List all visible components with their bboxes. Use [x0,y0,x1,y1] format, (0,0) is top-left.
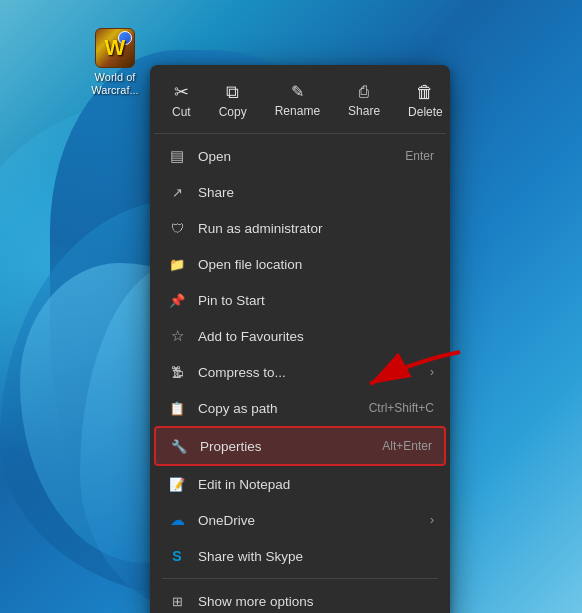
wow-icon-image: W [95,28,135,68]
menu-item-run-as-admin[interactable]: 🛡 Run as administrator [154,210,446,246]
desktop-background: W World of Warcraf... ✂ Cut ⧉ Copy ✎ Ren… [0,0,582,613]
skype-icon: S [166,545,188,567]
toolbar-copy-label: Copy [219,105,247,119]
rename-icon: ✎ [291,84,304,100]
toolbar-rename-label: Rename [275,104,320,118]
toolbar-delete-label: Delete [408,105,443,119]
folder-icon: 📁 [166,253,188,275]
notepad-icon: 📝 [166,473,188,495]
admin-icon: 🛡 [166,217,188,239]
menu-item-share-with-skype[interactable]: S Share with Skype [154,538,446,574]
toolbar-copy-button[interactable]: ⧉ Copy [205,77,261,125]
menu-toolbar: ✂ Cut ⧉ Copy ✎ Rename ⎙ Share 🗑 Delete [154,69,446,134]
wow-letter: W [105,35,126,61]
toolbar-rename-button[interactable]: ✎ Rename [261,78,334,124]
copy-as-path-label: Copy as path [198,401,369,416]
share-with-skype-label: Share with Skype [198,549,434,564]
menu-item-open[interactable]: ▤ Open Enter [154,138,446,174]
menu-item-properties[interactable]: 🔧 Properties Alt+Enter [154,426,446,466]
context-menu: ✂ Cut ⧉ Copy ✎ Rename ⎙ Share 🗑 Delete ▤ [150,65,450,613]
copy-path-icon: 📋 [166,397,188,419]
onedrive-icon: ☁ [166,509,188,531]
copy-icon: ⧉ [226,83,239,101]
share-label: Share [198,185,434,200]
share2-icon: ↗ [166,181,188,203]
menu-item-open-file-location[interactable]: 📁 Open file location [154,246,446,282]
toolbar-delete-button[interactable]: 🗑 Delete [394,77,457,125]
onedrive-arrow: › [430,513,434,527]
cut-icon: ✂ [174,83,189,101]
menu-item-edit-in-notepad[interactable]: 📝 Edit in Notepad [154,466,446,502]
menu-separator [162,578,438,579]
properties-icon: 🔧 [168,435,190,457]
run-as-admin-label: Run as administrator [198,221,434,236]
menu-item-pin-to-start[interactable]: 📌 Pin to Start [154,282,446,318]
toolbar-share-label: Share [348,104,380,118]
menu-item-share[interactable]: ↗ Share [154,174,446,210]
pin-icon: 📌 [166,289,188,311]
share-icon: ⎙ [359,84,369,100]
more-options-icon: ⊞ [166,590,188,612]
toolbar-cut-button[interactable]: ✂ Cut [158,77,205,125]
toolbar-cut-label: Cut [172,105,191,119]
pin-to-start-label: Pin to Start [198,293,434,308]
desktop-icon-wow[interactable]: W World of Warcraf... [80,28,150,97]
properties-shortcut: Alt+Enter [382,439,432,453]
edit-in-notepad-label: Edit in Notepad [198,477,434,492]
toolbar-share-button[interactable]: ⎙ Share [334,78,394,124]
open-shortcut: Enter [405,149,434,163]
show-more-options-label: Show more options [198,594,434,609]
copy-as-path-shortcut: Ctrl+Shift+C [369,401,434,415]
open-label: Open [198,149,405,164]
open-file-location-label: Open file location [198,257,434,272]
delete-icon: 🗑 [416,83,434,101]
menu-item-onedrive[interactable]: ☁ OneDrive › [154,502,446,538]
onedrive-label: OneDrive [198,513,422,528]
properties-label: Properties [200,439,382,454]
wow-icon-label: World of Warcraf... [91,71,138,97]
compress-icon: 🗜 [166,361,188,383]
red-arrow [350,342,470,402]
open-icon: ▤ [166,145,188,167]
star-icon: ☆ [166,325,188,347]
menu-item-show-more-options[interactable]: ⊞ Show more options [154,583,446,613]
